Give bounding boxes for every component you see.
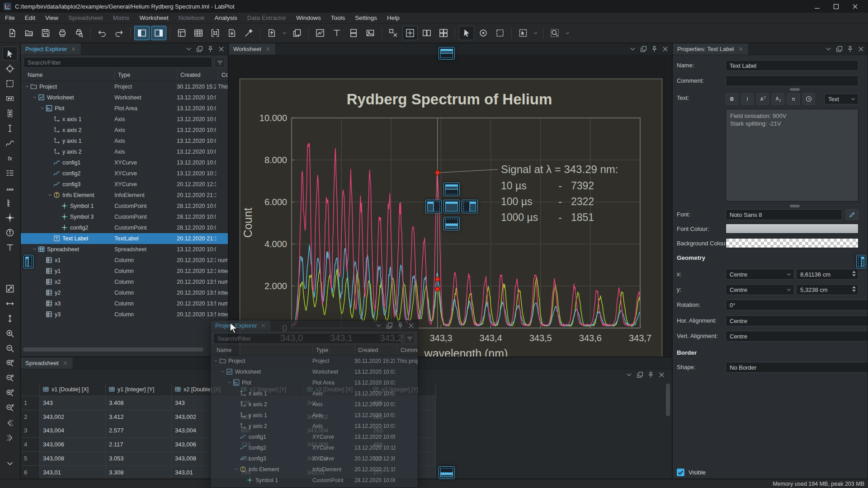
tab-project-explorer[interactable]: Project Explorer: [21, 43, 81, 55]
pin-icon[interactable]: [647, 371, 655, 379]
zoom-y-select-button[interactable]: [2, 106, 18, 120]
vertical-layout-button[interactable]: [346, 26, 361, 40]
column-header-comment[interactable]: Comment: [397, 345, 418, 356]
y-offset-spinbox[interactable]: 5,3238 cm: [796, 284, 859, 295]
column-header-y1-integer-y[interactable]: y1 [Integer] [Y]: [106, 383, 172, 396]
auto-scale-button[interactable]: [2, 282, 18, 296]
pin-icon[interactable]: [651, 45, 658, 53]
export-worksheet-button[interactable]: [264, 26, 279, 40]
tree-row-project[interactable]: ProjectProject30.11.2020 15:23This proje: [21, 81, 228, 92]
font-colour-swatch[interactable]: [726, 224, 859, 234]
tree-row-y-axis-2[interactable]: y axis 2Axis13.12.2020 10:01: [21, 146, 228, 157]
cell-r1c2[interactable]: 3.408: [106, 396, 172, 410]
tree-row-x3[interactable]: x3Column20.12.2020 13:56numerical: [21, 298, 228, 309]
add-vertical-axis-button[interactable]: [2, 196, 18, 210]
cell-r6c2[interactable]: 3.308: [106, 466, 172, 479]
spin-arrows[interactable]: [852, 271, 856, 277]
x-offset-spinbox[interactable]: 8,61136 cm: [796, 269, 859, 280]
close-button[interactable]: [845, 0, 864, 13]
tree-row-symbol-3[interactable]: Symbol 3CustomPoint28.12.2020 10:06: [21, 211, 228, 222]
expander-icon[interactable]: [40, 106, 45, 111]
search-input[interactable]: Search/Filter: [24, 57, 212, 68]
close-icon[interactable]: [661, 45, 669, 53]
zoom-in-y-button[interactable]: [2, 386, 18, 400]
maximize-button[interactable]: [826, 0, 845, 13]
zoom-out-x-button[interactable]: [2, 371, 18, 385]
expander-icon[interactable]: [32, 247, 37, 252]
row-number[interactable]: 4: [21, 438, 40, 452]
tree-row-config3[interactable]: config3XYCurve20.12.2020 12:39: [21, 179, 228, 190]
tree-row-config1[interactable]: config1XYCurve13.12.2020 10:09: [21, 157, 228, 168]
tree-row-info-element[interactable]: Info ElementInfoElement20.12.2020 21:15: [21, 190, 228, 201]
resize-grip[interactable]: [790, 88, 800, 91]
duplicate-worksheet-button[interactable]: [289, 26, 305, 40]
bold-button[interactable]: B: [726, 93, 738, 105]
tree-row-spreadsheet[interactable]: SpreadsheetSpreadsheet13.12.2020 10:08: [21, 244, 228, 255]
column-header-name[interactable]: Name: [213, 345, 231, 356]
italic-button[interactable]: I: [741, 93, 754, 105]
cell-r3c1[interactable]: 343,004: [40, 424, 106, 438]
subscript-button[interactable]: A2: [772, 93, 784, 105]
tree-row-symbol-1[interactable]: Symbol 1CustomPoint28.12.2020 10:06: [21, 201, 228, 211]
dock-menu-icon[interactable]: [825, 45, 832, 53]
expander-icon[interactable]: [47, 192, 52, 197]
drop-indicator-top-edge[interactable]: [439, 47, 455, 60]
close-icon[interactable]: [857, 45, 865, 53]
column-header-created[interactable]: Created: [354, 345, 378, 356]
dock-menu-icon[interactable]: [629, 45, 637, 53]
zoom-out-button[interactable]: [2, 341, 18, 355]
tree-row-x-axis-1[interactable]: x axis 1Axis13.12.2020 10:01: [21, 114, 228, 125]
menu-help[interactable]: Help: [382, 13, 405, 23]
menu-file[interactable]: File: [0, 13, 20, 23]
zoom-in-x-button[interactable]: [2, 356, 18, 370]
edit-mode-button[interactable]: [402, 26, 418, 40]
toolbar-extension-button[interactable]: [2, 456, 18, 470]
text-editor[interactable]: Field ionisation: 900V Stark splitting: …: [726, 109, 859, 202]
magnification-options-button[interactable]: [564, 26, 571, 40]
menu-spreadsheet[interactable]: Spreadsheet: [63, 13, 108, 23]
drop-indicator-split-bottom[interactable]: [443, 217, 460, 230]
column-header-name[interactable]: Name: [24, 70, 42, 81]
y-position-select[interactable]: Centre: [726, 284, 794, 295]
tab-worksheet[interactable]: Worksheet: [229, 43, 276, 55]
row-number[interactable]: 1: [21, 396, 40, 410]
tab-spreadsheet[interactable]: Spreadsheet: [21, 357, 73, 369]
zoom-out-y-button[interactable]: [2, 401, 18, 415]
row-number[interactable]: 5: [21, 452, 40, 466]
pin-icon[interactable]: [207, 45, 214, 53]
minimize-button[interactable]: [807, 0, 826, 13]
float-icon[interactable]: [636, 371, 644, 379]
zoom-select-button[interactable]: [2, 76, 18, 90]
shift-right-x-button[interactable]: [2, 431, 18, 445]
dock-menu-icon[interactable]: [625, 371, 633, 379]
font-input[interactable]: Noto Sans 8: [726, 209, 842, 220]
new-project-button[interactable]: [5, 26, 20, 40]
add-image-button[interactable]: [363, 26, 378, 40]
crosshair-cursor-button[interactable]: [2, 61, 18, 75]
save-project-button[interactable]: [38, 26, 53, 40]
close-icon[interactable]: [62, 360, 68, 366]
tree-row-y1[interactable]: y1Column20.12.2020 12:39integer da: [21, 266, 228, 277]
drop-indicator-bottom-edge[interactable]: [439, 466, 455, 479]
cell-r3c2[interactable]: 2.577: [106, 424, 172, 438]
tree-row-x-axis-2[interactable]: x axis 2Axis13.12.2020 10:01: [21, 125, 228, 136]
column-header-created[interactable]: Created: [177, 70, 200, 81]
tree-row-y3[interactable]: y3Column20.12.2020 13:56integer da: [21, 309, 228, 320]
cursor-line-button[interactable]: [2, 121, 18, 135]
filter-options-icon[interactable]: [214, 57, 225, 68]
cell-r2c1[interactable]: 343,002: [40, 410, 106, 424]
add-text-label-button[interactable]: [329, 26, 344, 40]
undo-button[interactable]: [94, 26, 110, 40]
row-number[interactable]: 6: [21, 466, 40, 479]
cell-r2c2[interactable]: 3.412: [106, 410, 172, 424]
tree-row-x2[interactable]: x2Column20.12.2020 13:55numerical: [21, 277, 228, 287]
new-workbook-button[interactable]: [174, 26, 189, 40]
resize-grip[interactable]: [790, 205, 800, 207]
menu-windows[interactable]: Windows: [291, 13, 326, 23]
menu-analysis[interactable]: Analysis: [209, 13, 242, 23]
print-preview-button[interactable]: [71, 26, 87, 40]
close-icon[interactable]: [658, 371, 665, 379]
magnification-button[interactable]: [547, 26, 562, 40]
tree-row-y2[interactable]: y2Column20.12.2020 13:55integer da: [21, 287, 228, 298]
open-project-button[interactable]: [21, 26, 37, 40]
